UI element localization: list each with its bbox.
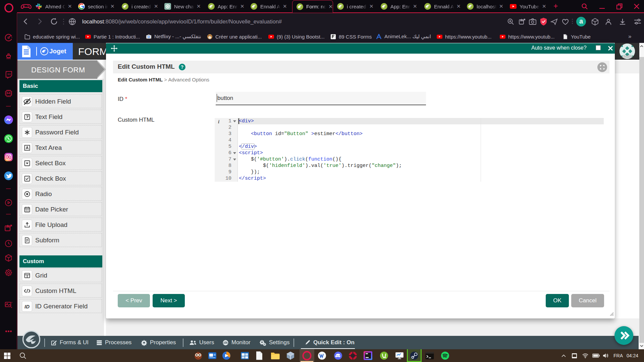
svg-text:?: ? [181,64,184,70]
